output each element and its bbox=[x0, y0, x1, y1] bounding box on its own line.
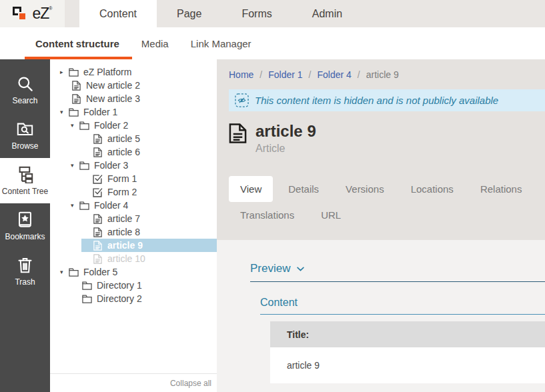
subnav-media[interactable]: Media bbox=[141, 27, 169, 59]
sidebar-label-trash: Trash bbox=[15, 277, 35, 287]
tab-relations[interactable]: Relations bbox=[469, 176, 534, 202]
tree-item-article-9-selected[interactable]: article 9 bbox=[81, 239, 217, 252]
tree-item-article-5[interactable]: article 5 bbox=[81, 132, 217, 145]
form-icon bbox=[93, 187, 103, 197]
tree-item-folder-4[interactable]: ▾ Folder 4 bbox=[71, 199, 217, 212]
article-type-icon bbox=[229, 123, 247, 144]
tree-item-folder-5[interactable]: ▾ Folder 5 bbox=[60, 265, 217, 279]
tree-item-directory-1[interactable]: Directory 1 bbox=[71, 279, 217, 292]
search-icon bbox=[16, 75, 34, 93]
breadcrumb-folder-4[interactable]: Folder 4 bbox=[318, 69, 352, 80]
tab-locations[interactable]: Locations bbox=[400, 176, 465, 202]
sidebar-item-bookmarks[interactable]: Bookmarks bbox=[0, 203, 50, 249]
folder-icon bbox=[69, 67, 79, 77]
preview-divider bbox=[250, 281, 545, 282]
collapse-all-button[interactable]: Collapse all bbox=[50, 373, 217, 392]
content-tree-panel: ▸ eZ Platform New article 2 New article … bbox=[50, 59, 217, 392]
content-tree-icon bbox=[16, 165, 34, 183]
folder-icon bbox=[79, 161, 89, 171]
breadcrumb-folder-1[interactable]: Folder 1 bbox=[268, 69, 302, 80]
breadcrumb: Home / Folder 1 / Folder 4 / article 9 bbox=[229, 59, 545, 80]
tree-item-folder-1[interactable]: ▾ Folder 1 bbox=[60, 105, 217, 119]
ez-logo[interactable]: eZ® bbox=[0, 0, 65, 27]
content-section-heading: Content bbox=[260, 297, 545, 309]
tree-item-article-8[interactable]: article 8 bbox=[81, 225, 217, 239]
hidden-eye-icon bbox=[235, 93, 249, 107]
content-title-block: article 9 Article bbox=[229, 123, 545, 155]
tree-item-folder-2[interactable]: ▾ Folder 2 bbox=[71, 119, 217, 132]
folder-icon bbox=[79, 201, 89, 211]
article-icon bbox=[71, 81, 81, 91]
sidebar-item-browse[interactable]: Browse bbox=[0, 113, 50, 158]
preview-collapse-toggle[interactable]: Preview bbox=[250, 262, 545, 275]
browse-icon bbox=[16, 120, 34, 138]
collapse-arrow-icon[interactable]: ▾ bbox=[60, 269, 69, 275]
folder-icon bbox=[82, 281, 92, 291]
sidebar-label-content-tree: Content Tree bbox=[2, 187, 48, 196]
page-title: article 9 bbox=[255, 123, 316, 140]
breadcrumb-separator: / bbox=[259, 69, 262, 80]
folder-icon bbox=[69, 267, 79, 277]
collapse-arrow-icon[interactable]: ▾ bbox=[71, 123, 79, 129]
article-icon bbox=[93, 241, 103, 251]
top-tab-forms[interactable]: Forms bbox=[221, 0, 292, 27]
subnav-link-manager[interactable]: Link Manager bbox=[191, 27, 251, 59]
ez-logo-icon bbox=[13, 6, 28, 22]
article-icon bbox=[93, 214, 103, 224]
sidebar-item-search[interactable]: Search bbox=[0, 67, 50, 113]
tree-item-new-article-2[interactable]: New article 2 bbox=[60, 79, 217, 92]
tab-view[interactable]: View bbox=[229, 176, 273, 202]
field-label-title: Title: bbox=[270, 321, 545, 347]
fields-table: Title: article 9 bbox=[270, 321, 545, 383]
article-icon bbox=[93, 254, 103, 264]
bookmarks-icon bbox=[16, 211, 34, 229]
breadcrumb-home[interactable]: Home bbox=[229, 69, 253, 80]
top-tab-page[interactable]: Page bbox=[157, 0, 221, 27]
main-area: Home / Folder 1 / Folder 4 / article 9 T… bbox=[217, 59, 545, 392]
collapse-arrow-icon[interactable]: ▾ bbox=[71, 203, 79, 209]
tree-item-new-article-3[interactable]: New article 3 bbox=[60, 92, 217, 105]
breadcrumb-separator: / bbox=[358, 69, 360, 80]
tree-item-article-10-hidden[interactable]: article 10 bbox=[81, 252, 217, 265]
collapse-arrow-icon[interactable]: ▾ bbox=[71, 163, 79, 169]
breadcrumb-separator: / bbox=[309, 69, 312, 80]
tree-item-article-7[interactable]: article 7 bbox=[81, 212, 217, 225]
hidden-content-notice: This content item is hidden and is not p… bbox=[229, 89, 545, 111]
sidebar-item-content-tree[interactable]: Content Tree bbox=[0, 158, 50, 203]
tree-item-form-1[interactable]: Form 1 bbox=[81, 172, 217, 185]
tab-translations[interactable]: Translations bbox=[229, 202, 306, 228]
article-icon bbox=[93, 134, 103, 144]
field-value-title: article 9 bbox=[270, 347, 545, 383]
content-section-divider bbox=[260, 314, 545, 315]
left-sidebar: Search Browse Content Tree Bookmarks Tra… bbox=[0, 59, 50, 392]
chevron-down-icon bbox=[297, 267, 304, 271]
tree-item-folder-3[interactable]: ▾ Folder 3 bbox=[71, 159, 217, 172]
top-tab-content[interactable]: Content bbox=[79, 0, 157, 27]
tab-versions[interactable]: Versions bbox=[334, 176, 396, 202]
folder-icon bbox=[69, 107, 79, 117]
top-tab-admin[interactable]: Admin bbox=[292, 0, 362, 27]
sub-nav: Content structure Media Link Manager bbox=[0, 27, 545, 59]
ez-logo-text: eZ® bbox=[32, 5, 51, 23]
tab-url[interactable]: URL bbox=[310, 202, 352, 228]
tree-item-article-6[interactable]: article 6 bbox=[81, 145, 217, 159]
tree-item-ez-platform[interactable]: ▸ eZ Platform bbox=[60, 65, 217, 79]
collapse-arrow-icon[interactable]: ▾ bbox=[60, 109, 69, 115]
folder-icon bbox=[79, 121, 89, 131]
tree-item-directory-2[interactable]: Directory 2 bbox=[71, 292, 217, 305]
notice-text: This content item is hidden and is not p… bbox=[255, 95, 498, 106]
tab-details[interactable]: Details bbox=[277, 176, 330, 202]
tree-item-form-2[interactable]: Form 2 bbox=[81, 185, 217, 199]
expand-arrow-icon[interactable]: ▸ bbox=[60, 69, 69, 75]
subnav-content-structure[interactable]: Content structure bbox=[35, 27, 119, 59]
sidebar-label-bookmarks: Bookmarks bbox=[5, 232, 45, 241]
view-tab-content: Preview Content Title: article 9 bbox=[217, 240, 545, 392]
top-tab-bar: Content Page Forms Admin bbox=[79, 0, 362, 27]
trash-icon bbox=[16, 256, 34, 274]
article-icon bbox=[93, 227, 103, 237]
sidebar-label-browse: Browse bbox=[11, 141, 38, 151]
folder-icon bbox=[82, 294, 92, 304]
content-header-section: Home / Folder 1 / Folder 4 / article 9 T… bbox=[217, 59, 545, 240]
sidebar-item-trash[interactable]: Trash bbox=[0, 249, 50, 294]
content-tab-bar: View Details Versions Locations Relation… bbox=[229, 176, 545, 228]
